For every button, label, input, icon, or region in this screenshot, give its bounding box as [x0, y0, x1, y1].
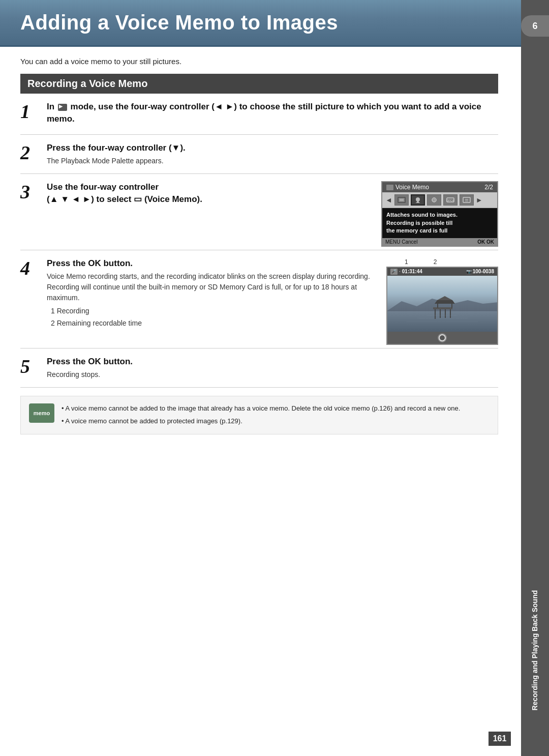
- svg-rect-5: [416, 202, 420, 203]
- step-content-4: Press the OK button. Voice Memo recordin…: [47, 257, 498, 345]
- step-number-1: 1: [20, 102, 47, 121]
- step-3: 3 Use the four-way controller(▲ ▼ ◄ ►) t…: [20, 174, 498, 249]
- step-number-2: 2: [20, 143, 47, 162]
- svg-rect-24: [437, 304, 438, 308]
- main-content: You can add a voice memo to your still p…: [0, 47, 518, 445]
- palette-title: Voice Memo: [395, 184, 429, 191]
- step-2: 2 Press the four-way controller (▼). The…: [20, 135, 498, 175]
- note-box: memo • A voice memo cannot be added to t…: [20, 396, 498, 434]
- palette-icons-row: ◄: [382, 192, 497, 208]
- section-header: Recording a Voice Memo: [20, 74, 498, 94]
- step-desc-5: Recording stops.: [47, 369, 498, 380]
- step-sublist-4: 1 Recording 2 Remaining recordable time: [51, 305, 376, 330]
- record-time: ·: [399, 269, 401, 274]
- palette-bottom: MENU Cancel OK OK: [382, 238, 497, 246]
- step-title-5: Press the OK button.: [47, 356, 498, 368]
- svg-rect-11: [463, 197, 470, 202]
- svg-rect-18: [440, 309, 441, 318]
- record-label-2: 2: [434, 258, 437, 266]
- step-content-5: Press the OK button. Recording stops.: [47, 356, 498, 381]
- svg-point-3: [416, 197, 420, 201]
- step-title-2: Press the four-way controller (▼).: [47, 142, 498, 154]
- palette-arrow-left: ◄: [385, 196, 392, 204]
- step-4: 4 Press the OK button. Voice Memo record…: [20, 250, 498, 348]
- palette-arrow-right: ►: [476, 196, 483, 204]
- note-bullet-2: • A voice memo cannot be added to protec…: [62, 416, 460, 427]
- step-title-4: Press the OK button.: [47, 257, 376, 270]
- palette-icon-3: [427, 194, 441, 206]
- record-top-bar: 🎤 · 01:31:44 📷 100-0038: [387, 268, 497, 276]
- step-content-1: In ▶ mode, use the four-way controller (…: [47, 101, 498, 127]
- sublist-item-1: 1 Recording: [51, 305, 376, 317]
- record-screen-container: 1 2 🎤 · 01:31:44 📷: [386, 257, 498, 345]
- step-content-3: Use the four-way controller(▲ ▼ ◄ ►) to …: [47, 181, 498, 246]
- palette-icon-4: DPOF: [443, 194, 458, 206]
- note-text: • A voice memo cannot be added to the im…: [62, 403, 460, 427]
- record-labels: 1 2: [386, 257, 437, 267]
- right-sidebar: 6 Recording and Playing Back Sound: [521, 0, 549, 756]
- step-number-4: 4: [20, 258, 47, 278]
- sidebar-tab-label: Recording and Playing Back Sound: [530, 585, 539, 715]
- palette-icon-5: [460, 194, 474, 206]
- svg-text:DPOF: DPOF: [446, 199, 455, 202]
- palette-icon-2: [411, 194, 425, 206]
- step-title-3: Use the four-way controller(▲ ▼ ◄ ►) to …: [47, 181, 371, 206]
- step-5: 5 Press the OK button. Recording stops.: [20, 348, 498, 388]
- svg-rect-21: [433, 307, 452, 309]
- step-number-5: 5: [20, 357, 47, 376]
- step-1: 1 In ▶ mode, use the four-way controller…: [20, 94, 498, 135]
- svg-rect-2: [400, 199, 404, 201]
- note-bullet-1: • A voice memo cannot be added to the im…: [62, 403, 460, 414]
- record-bottom-bar: [387, 332, 497, 344]
- step-title-1: In ▶ mode, use the four-way controller (…: [47, 101, 498, 125]
- page-number: 161: [489, 732, 511, 746]
- palette-icon-1: [394, 194, 409, 206]
- sublist-item-2: 2 Remaining recordable time: [51, 317, 376, 330]
- palette-cancel: MENU Cancel: [385, 239, 417, 245]
- record-image: [387, 276, 497, 332]
- svg-rect-25: [451, 304, 452, 308]
- record-file: 100-0038: [473, 269, 494, 274]
- record-screen: 🎤 · 01:31:44 📷 100-0038: [386, 267, 498, 345]
- palette-header: Voice Memo 2/2: [382, 182, 497, 192]
- step-desc-2: The Playback Mode Palette appears.: [47, 156, 498, 166]
- svg-rect-17: [435, 309, 436, 319]
- svg-marker-22: [435, 300, 455, 304]
- step-content-2: Press the four-way controller (▼). The P…: [47, 142, 498, 167]
- step-number-3: 3: [20, 182, 47, 201]
- record-indicator: [438, 333, 447, 342]
- svg-rect-20: [450, 309, 451, 318]
- record-label-1: 1: [405, 258, 408, 266]
- palette-ok: OK OK: [477, 239, 494, 245]
- step-desc-4: Voice Memo recording starts, and the rec…: [47, 271, 376, 303]
- page-container: Adding a Voice Memo to Images You can ad…: [0, 0, 549, 756]
- palette-page: 2/2: [484, 184, 493, 191]
- palette-desc: Attaches sound to images. Recording is p…: [382, 208, 497, 238]
- record-time-value: 01:31:44: [402, 269, 422, 274]
- page-title: Adding a Voice Memo to Images: [20, 11, 529, 34]
- intro-text: You can add a voice memo to your still p…: [20, 57, 498, 66]
- sidebar-chapter-number: 6: [521, 15, 549, 37]
- note-icon: memo: [29, 403, 54, 423]
- voice-memo-palette-screen: Voice Memo 2/2 ◄: [381, 181, 498, 246]
- header-banner: Adding a Voice Memo to Images: [0, 0, 549, 47]
